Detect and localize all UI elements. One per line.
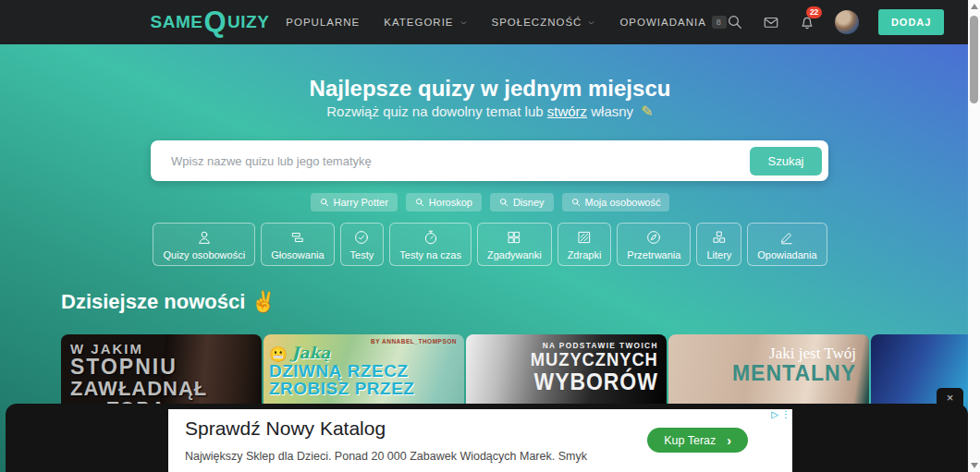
grimace-emoji-icon: 😬 bbox=[269, 346, 288, 362]
category-zdrapki[interactable]: Zdrapki bbox=[557, 223, 612, 266]
search-submit-button[interactable]: Szukaj bbox=[750, 147, 822, 175]
chevron-right-icon: › bbox=[727, 433, 731, 448]
ad-creative[interactable]: ▷ ⋮ Sprawdź Nowy Katalog Największy Skle… bbox=[168, 409, 792, 472]
quiz-card-title: Jaki jest Twój bbox=[668, 345, 856, 362]
scrollbar-down-arrow[interactable] bbox=[971, 463, 978, 468]
nav-item-spolecznosc[interactable]: SPOŁECZNOŚĆ bbox=[492, 16, 596, 29]
ad-close-button[interactable]: × bbox=[937, 388, 963, 406]
chevron-down-icon bbox=[459, 18, 468, 27]
category-zgadywanki[interactable]: Zgadywanki bbox=[477, 223, 552, 266]
victory-hand-icon: ✌ bbox=[251, 290, 276, 313]
top-navbar: sameQuizy POPULARNE KATEGORIE SPOŁECZNOŚ… bbox=[0, 0, 980, 44]
poll-icon bbox=[289, 229, 306, 246]
tag-harry-potter[interactable]: Harry Potter bbox=[311, 193, 398, 212]
ad-cta-button[interactable]: Kup Teraz › bbox=[647, 428, 748, 453]
header-content: sameQuizy POPULARNE KATEGORIE SPOŁECZNOŚ… bbox=[151, 0, 830, 44]
compass-icon bbox=[645, 229, 662, 246]
tag-moja-osobowosc[interactable]: Moja osobowość bbox=[562, 193, 670, 212]
category-quizy-osobowosci[interactable]: Quizy osobowości bbox=[153, 223, 255, 266]
vertical-scrollbar[interactable] bbox=[968, 0, 980, 472]
quiz-search-bar: Szukaj bbox=[151, 140, 828, 181]
notification-count-badge: 22 bbox=[806, 6, 822, 18]
create-quiz-link[interactable]: stwórz bbox=[547, 103, 587, 119]
grid-icon bbox=[506, 229, 522, 246]
scrollbar-thumb[interactable] bbox=[970, 16, 978, 103]
tag-disney[interactable]: Disney bbox=[490, 193, 554, 212]
check-circle-icon bbox=[353, 229, 370, 246]
pen-icon bbox=[778, 229, 795, 246]
category-testy-na-czas[interactable]: Testy na czas bbox=[389, 223, 472, 266]
nav-count-badge: 8 bbox=[712, 16, 727, 29]
notifications-bell-icon[interactable]: 22 bbox=[799, 14, 815, 30]
chevron-down-icon bbox=[587, 18, 595, 27]
ad-description: Największy Sklep dla Dzieci. Ponad 20 00… bbox=[185, 450, 587, 463]
nav-item-popularne[interactable]: POPULARNE bbox=[286, 16, 360, 29]
page: sameQuizy POPULARNE KATEGORIE SPOŁECZNOŚ… bbox=[0, 0, 980, 472]
scrollbar-up-arrow[interactable] bbox=[971, 4, 978, 9]
category-glosowania[interactable]: Głosowania bbox=[261, 223, 334, 266]
pen-icon: ✎ bbox=[641, 103, 653, 119]
ad-options-icon[interactable]: ⋮ bbox=[781, 410, 790, 419]
adchoices-icon[interactable]: ▷ bbox=[771, 410, 778, 419]
magnifier-icon bbox=[415, 198, 424, 207]
category-przetrwania[interactable]: Przetrwania bbox=[617, 223, 691, 266]
magnifier-icon bbox=[320, 198, 329, 207]
quiz-card-author: BY ANNABEL_THOMPSON bbox=[371, 338, 457, 345]
category-litery[interactable]: Litery bbox=[696, 223, 741, 266]
quiz-card-title: Jaką bbox=[291, 344, 330, 362]
letter-blocks-icon bbox=[711, 229, 728, 246]
category-opowiadania[interactable]: Opowiadania bbox=[747, 223, 827, 266]
logo-text: uizy bbox=[227, 12, 269, 32]
hero-title: Najlepsze quizy w jednym miejscu bbox=[0, 76, 980, 102]
nav-item-kategorie[interactable]: KATEGORIE bbox=[384, 16, 467, 29]
user-avatar[interactable] bbox=[835, 10, 859, 34]
timer-icon bbox=[423, 229, 439, 246]
scratch-icon bbox=[576, 229, 593, 246]
messages-icon[interactable] bbox=[763, 14, 779, 30]
search-input[interactable] bbox=[169, 153, 750, 169]
header-actions: 22 DODAJ bbox=[727, 9, 945, 35]
magnifier-icon bbox=[499, 198, 508, 207]
category-buttons: Quizy osobowości Głosowania Testy Testy … bbox=[0, 223, 980, 266]
logo-q: Q bbox=[203, 11, 227, 34]
search-icon[interactable] bbox=[727, 14, 743, 30]
quick-search-tags: Harry Potter Horoskop Disney Moja osobow… bbox=[0, 193, 980, 212]
site-logo[interactable]: sameQuizy bbox=[151, 11, 270, 34]
logo-text: same bbox=[151, 12, 203, 32]
ad-banner-container: × ▷ ⋮ Sprawdź Nowy Katalog Największy Sk… bbox=[6, 404, 968, 472]
nav-item-opowiadania[interactable]: OPOWIADANIA 8 bbox=[619, 16, 726, 29]
magnifier-icon bbox=[571, 198, 581, 207]
category-testy[interactable]: Testy bbox=[340, 223, 385, 266]
hero-subtitle: Rozwiąż quiz na dowolny temat lub stwórz… bbox=[0, 103, 980, 120]
user-icon bbox=[196, 229, 213, 246]
ad-headline: Sprawdź Nowy Katalog bbox=[185, 418, 386, 440]
add-quiz-button[interactable]: DODAJ bbox=[878, 9, 945, 35]
section-heading: Dzisiejsze nowości✌ bbox=[61, 290, 276, 314]
tag-horoskop[interactable]: Horoskop bbox=[406, 193, 482, 212]
main-nav: POPULARNE KATEGORIE SPOŁECZNOŚĆ OPOWIADA… bbox=[286, 16, 727, 29]
